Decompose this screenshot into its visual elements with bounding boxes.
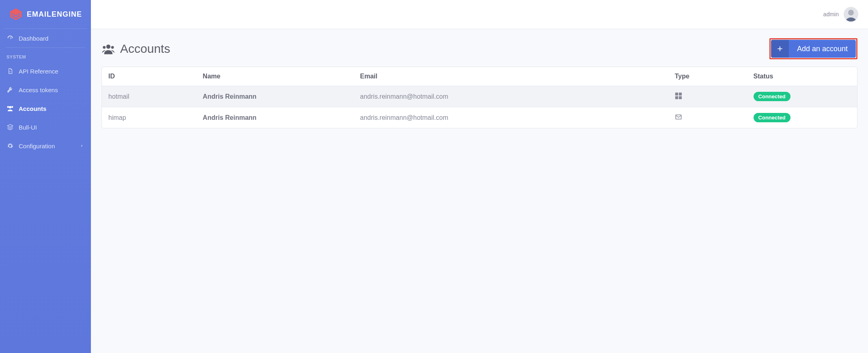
dashboard-icon xyxy=(6,35,14,42)
users-icon xyxy=(6,105,14,112)
accounts-table-card: ID Name Email Type Status hotmail Andris… xyxy=(101,67,857,128)
brand-logo-icon xyxy=(9,7,23,21)
svg-rect-4 xyxy=(675,92,678,95)
svg-point-1 xyxy=(106,45,110,49)
sidebar-item-api-reference[interactable]: API Reference xyxy=(0,62,91,80)
svg-rect-7 xyxy=(679,96,682,99)
chevron-right-icon xyxy=(80,143,84,149)
add-account-highlight: Add an account xyxy=(769,38,857,59)
sidebar-item-label: Bull-UI xyxy=(19,124,37,131)
svg-rect-6 xyxy=(675,96,678,99)
svg-point-3 xyxy=(111,46,114,49)
add-account-button[interactable]: Add an account xyxy=(771,40,856,58)
cell-status: Connected xyxy=(747,86,857,107)
col-header-status[interactable]: Status xyxy=(747,67,857,86)
layers-icon xyxy=(6,123,14,131)
sidebar-item-configuration[interactable]: Configuration xyxy=(0,136,91,155)
gear-icon xyxy=(6,142,14,149)
file-code-icon xyxy=(6,67,14,75)
envelope-icon xyxy=(675,115,682,122)
sidebar: EMAILENGINE Dashboard SYSTEM API Referen… xyxy=(0,0,91,353)
sidebar-item-label: Dashboard xyxy=(19,35,48,42)
topbar-username: admin xyxy=(823,11,839,17)
page-title-text: Accounts xyxy=(120,42,170,56)
status-badge: Connected xyxy=(754,113,790,122)
sidebar-item-label: Access tokens xyxy=(19,87,58,93)
topbar: admin xyxy=(91,0,868,28)
plus-icon xyxy=(771,40,789,58)
cell-email: andris.reinmann@hotmail.com xyxy=(353,107,668,128)
sidebar-item-label: API Reference xyxy=(19,68,58,75)
page-title: Accounts xyxy=(101,42,170,56)
cell-email: andris.reinmann@hotmail.com xyxy=(353,86,668,107)
col-header-type[interactable]: Type xyxy=(668,67,747,86)
col-header-email[interactable]: Email xyxy=(353,67,668,86)
svg-rect-5 xyxy=(679,92,682,95)
col-header-id[interactable]: ID xyxy=(102,67,196,86)
cell-type xyxy=(668,86,747,107)
table-row[interactable]: himap Andris Reinmann andris.reinmann@ho… xyxy=(102,107,857,128)
windows-icon xyxy=(675,94,682,101)
cell-id: himap xyxy=(102,107,196,128)
sidebar-item-access-tokens[interactable]: Access tokens xyxy=(0,80,91,99)
sidebar-section-system: SYSTEM xyxy=(0,48,91,62)
cell-id: hotmail xyxy=(102,86,196,107)
cell-type xyxy=(668,107,747,128)
sidebar-item-bull-ui[interactable]: Bull-UI xyxy=(0,118,91,136)
col-header-name[interactable]: Name xyxy=(196,67,354,86)
users-icon xyxy=(101,43,115,55)
cell-name: Andris Reinmann xyxy=(196,107,354,128)
topbar-user-menu[interactable]: admin xyxy=(823,7,858,22)
sidebar-item-dashboard[interactable]: Dashboard xyxy=(0,29,91,48)
sidebar-item-label: Accounts xyxy=(19,105,46,112)
avatar-icon xyxy=(844,7,858,22)
svg-point-0 xyxy=(848,10,854,15)
key-icon xyxy=(6,86,14,93)
sidebar-item-label: Configuration xyxy=(19,143,55,149)
brand-name: EMAILENGINE xyxy=(27,10,82,19)
brand[interactable]: EMAILENGINE xyxy=(4,0,87,29)
cell-status: Connected xyxy=(747,107,857,128)
add-account-label: Add an account xyxy=(789,40,856,58)
table-row[interactable]: hotmail Andris Reinmann andris.reinmann@… xyxy=(102,86,857,107)
cell-name: Andris Reinmann xyxy=(196,86,354,107)
svg-point-2 xyxy=(103,46,106,49)
status-badge: Connected xyxy=(754,92,790,101)
accounts-table: ID Name Email Type Status hotmail Andris… xyxy=(102,67,857,128)
sidebar-item-accounts[interactable]: Accounts xyxy=(0,99,91,118)
